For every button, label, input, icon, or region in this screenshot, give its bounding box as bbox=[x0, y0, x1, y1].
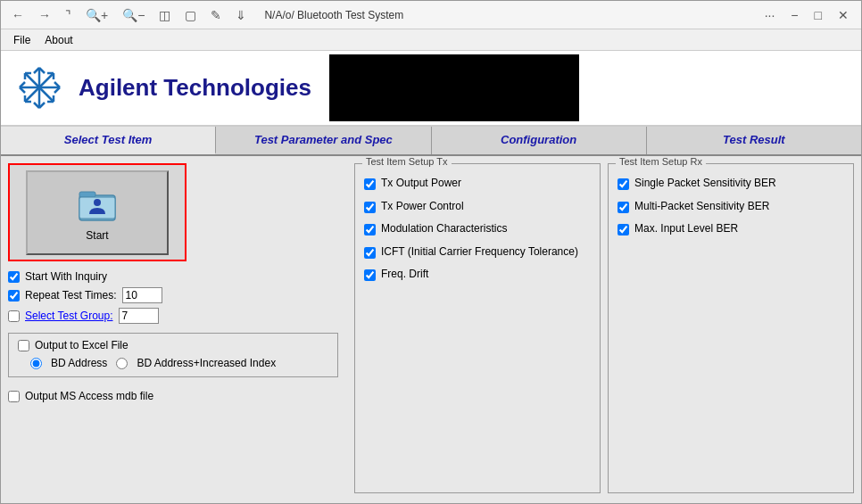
modulation-checkbox[interactable] bbox=[364, 224, 376, 235]
forward-button[interactable]: → bbox=[35, 6, 54, 24]
tab-test-result[interactable]: Test Result bbox=[647, 127, 861, 154]
radio-address-row: BD Address BD Address+Increased Index bbox=[18, 357, 328, 369]
start-with-inquiry-checkbox[interactable] bbox=[8, 271, 20, 283]
select-test-group-checkbox[interactable] bbox=[8, 310, 20, 322]
grid-button[interactable]: ⌝ bbox=[62, 6, 75, 24]
window-controls: ··· − □ ✕ bbox=[759, 6, 854, 24]
svg-point-24 bbox=[94, 199, 101, 206]
icft-label: ICFT (Initial Carrier Frequency Toleranc… bbox=[381, 245, 578, 260]
company-name: Agilent Technologies bbox=[79, 74, 311, 102]
output-msaccess-row: Output MS Access mdb file bbox=[8, 386, 347, 402]
start-with-inquiry-row: Start With Inquiry bbox=[8, 270, 347, 283]
multi-packet-checkbox[interactable] bbox=[617, 202, 629, 213]
test-setup-rx-title: Test Item Setup Rx bbox=[616, 156, 706, 167]
tx-output-power-checkbox[interactable] bbox=[364, 178, 376, 190]
svg-point-20 bbox=[37, 85, 42, 90]
left-panel: Start Start With Inquiry Repeat Test Tim… bbox=[8, 163, 347, 497]
multi-packet-row: Multi-Packet Sensitivity BER bbox=[617, 200, 844, 214]
svg-rect-22 bbox=[79, 192, 95, 197]
modulation-row: Modulation Characteristics bbox=[364, 222, 591, 236]
nav-controls: ← → ⌝ 🔍+ 🔍− ◫ ▢ ✎ ⇓ bbox=[8, 6, 250, 24]
repeat-test-times-label: Repeat Test Times: bbox=[25, 289, 117, 302]
maximize-button[interactable]: □ bbox=[809, 6, 827, 24]
output-msaccess-checkbox[interactable] bbox=[8, 391, 20, 402]
icft-row: ICFT (Initial Carrier Frequency Toleranc… bbox=[364, 245, 591, 260]
single-packet-row: Single Packet Sensitivity BER bbox=[617, 177, 844, 191]
tx-output-power-label: Tx Output Power bbox=[381, 177, 461, 191]
output-excel-label: Output to Excel File bbox=[35, 339, 128, 351]
tx-power-control-row: Tx Power Control bbox=[364, 200, 591, 214]
select-test-group-link[interactable]: Select Test Group: bbox=[25, 310, 113, 322]
freq-drift-row: Freq. Drift bbox=[364, 268, 591, 282]
modulation-label: Modulation Characteristics bbox=[381, 222, 507, 236]
freq-drift-checkbox[interactable] bbox=[364, 269, 376, 281]
window-button[interactable]: ▢ bbox=[181, 6, 200, 24]
max-input-label: Max. Input Level BER bbox=[634, 222, 738, 236]
tx-output-power-row: Tx Output Power bbox=[364, 177, 591, 191]
select-test-group-input[interactable] bbox=[119, 308, 159, 324]
tab-bar: Select Test Item Test Parameter and Spec… bbox=[1, 127, 861, 156]
repeat-test-times-checkbox[interactable] bbox=[8, 290, 20, 302]
back-button[interactable]: ← bbox=[8, 6, 28, 24]
start-button-container: Start bbox=[8, 163, 186, 261]
tab-test-parameter[interactable]: Test Parameter and Spec bbox=[216, 127, 431, 154]
radio-bd-address-increased-label: BD Address+Increased Index bbox=[137, 357, 276, 369]
output-excel-checkbox[interactable] bbox=[18, 340, 29, 351]
single-packet-checkbox[interactable] bbox=[617, 178, 629, 190]
select-test-group-row: Select Test Group: bbox=[8, 308, 347, 324]
freq-drift-label: Freq. Drift bbox=[381, 268, 428, 282]
start-with-inquiry-label: Start With Inquiry bbox=[25, 270, 107, 283]
test-setup-tx-title: Test Item Setup Tx bbox=[362, 156, 452, 167]
radio-bd-address-increased[interactable] bbox=[116, 358, 128, 369]
single-packet-label: Single Packet Sensitivity BER bbox=[634, 177, 776, 191]
repeat-test-times-row: Repeat Test Times: bbox=[8, 287, 347, 303]
menu-file[interactable]: File bbox=[6, 32, 37, 48]
header-device-display bbox=[329, 54, 579, 121]
output-msaccess-label: Output MS Access mdb file bbox=[25, 390, 153, 402]
zoom-out-button[interactable]: 🔍− bbox=[119, 6, 148, 24]
close-button[interactable]: ✕ bbox=[833, 6, 854, 24]
menu-bar: File About bbox=[1, 29, 861, 51]
start-icon bbox=[76, 183, 119, 226]
download-button[interactable]: ⇓ bbox=[232, 6, 250, 24]
window-title: N/A/o/ Bluetooth Test System bbox=[264, 9, 403, 21]
max-input-row: Max. Input Level BER bbox=[617, 222, 844, 236]
start-button[interactable]: Start bbox=[26, 170, 169, 255]
repeat-test-times-input[interactable] bbox=[122, 287, 162, 303]
tx-power-control-label: Tx Power Control bbox=[381, 200, 464, 214]
multi-packet-label: Multi-Packet Sensitivity BER bbox=[634, 200, 769, 214]
test-setup-tx-box: Test Item Setup Tx Tx Output Power Tx Po… bbox=[354, 163, 601, 493]
options-section: Start With Inquiry Repeat Test Times: Se… bbox=[8, 267, 347, 327]
test-setup-rx-box: Test Item Setup Rx Single Packet Sensiti… bbox=[608, 163, 854, 493]
menu-about[interactable]: About bbox=[37, 32, 79, 48]
radio-bd-address-label: BD Address bbox=[51, 357, 107, 369]
more-button[interactable]: ··· bbox=[759, 6, 781, 24]
minimize-button[interactable]: − bbox=[785, 6, 803, 24]
main-content: Start Start With Inquiry Repeat Test Tim… bbox=[1, 156, 861, 504]
logo-icon bbox=[15, 63, 64, 112]
right-panels: Test Item Setup Tx Tx Output Power Tx Po… bbox=[354, 163, 854, 497]
tx-power-control-checkbox[interactable] bbox=[364, 202, 376, 213]
title-bar: ← → ⌝ 🔍+ 🔍− ◫ ▢ ✎ ⇓ N/A/o/ Bluetooth Tes… bbox=[1, 1, 861, 29]
edit-button[interactable]: ✎ bbox=[207, 6, 225, 24]
max-input-checkbox[interactable] bbox=[617, 224, 629, 235]
tab-configuration[interactable]: Configuration bbox=[432, 127, 647, 154]
start-label: Start bbox=[86, 229, 108, 242]
view-button[interactable]: ◫ bbox=[155, 6, 174, 24]
icft-checkbox[interactable] bbox=[364, 247, 376, 259]
output-excel-section: Output to Excel File BD Address BD Addre… bbox=[8, 333, 338, 377]
output-excel-row: Output to Excel File bbox=[18, 339, 328, 351]
tab-select-test-item[interactable]: Select Test Item bbox=[1, 127, 216, 154]
header: Agilent Technologies bbox=[1, 51, 861, 127]
radio-bd-address[interactable] bbox=[30, 358, 42, 369]
zoom-in-button[interactable]: 🔍+ bbox=[82, 6, 112, 24]
